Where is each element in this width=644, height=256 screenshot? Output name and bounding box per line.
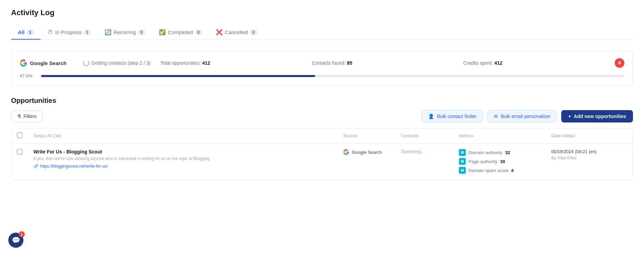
table-header: Select All (34) Source Contacts Metrics … xyxy=(11,128,633,143)
tab-all-badge: 1 xyxy=(27,30,34,35)
table-row: Write For Us - Blogging Scout If yes, th… xyxy=(11,143,633,180)
in-progress-icon: ⏱ xyxy=(48,29,53,35)
tab-completed-badge: 0 xyxy=(195,30,202,35)
metric-da-value: 32 xyxy=(505,150,510,155)
metric-ss-label: Domain spam score xyxy=(469,168,509,173)
cancel-activity-button[interactable]: ✕ xyxy=(615,58,624,68)
opportunity-info: Write For Us - Blogging Scout If yes, th… xyxy=(33,149,340,169)
col-header-contacts: Contacts xyxy=(401,133,456,138)
opportunity-link[interactable]: 🔗 https://bloggingscout.net/write-for-us… xyxy=(33,164,340,169)
row-source-label: Google Search xyxy=(352,150,382,155)
step-spinner-icon xyxy=(83,60,89,66)
activity-source-label: Google Search xyxy=(30,60,67,66)
tab-recurring-badge: 0 xyxy=(138,30,145,35)
filters-button[interactable]: ⚗ Filters xyxy=(11,110,42,122)
cancelled-icon: ❌ xyxy=(216,29,223,35)
metric-m-badge-1: M xyxy=(459,149,466,156)
bulk-contact-label: Bulk contact finder xyxy=(437,114,476,119)
activity-source: Google Search xyxy=(20,59,75,67)
add-icon: + xyxy=(568,114,571,119)
metric-page-authority: M Page authority 30 xyxy=(459,158,549,165)
google-source-icon xyxy=(343,149,349,155)
link-icon: 🔗 xyxy=(33,164,39,169)
select-all-checkbox-col xyxy=(17,132,31,139)
metric-m-badge-3: M xyxy=(459,167,466,174)
activity-card: Google Search Getting contacts (step 2 /… xyxy=(11,51,633,86)
progress-bar-fill xyxy=(41,75,315,77)
tab-in-progress-label: In Progress xyxy=(55,29,82,35)
tabs-row: All 1 ⏱ In Progress 1 🔄 Recurring 0 ✅ Co… xyxy=(11,25,633,40)
row-metrics: M Domain authority 32 M Page authority 3… xyxy=(459,149,549,174)
recurring-icon: 🔄 xyxy=(104,29,111,35)
progress-row: 47.0% xyxy=(20,73,624,78)
tab-recurring[interactable]: 🔄 Recurring 0 xyxy=(98,25,152,40)
toolbar-row: ⚗ Filters 👤 Bulk contact finder ✉ Bulk e… xyxy=(11,110,633,122)
add-label: Add new opportunities xyxy=(574,114,626,119)
tab-in-progress[interactable]: ⏱ In Progress 1 xyxy=(41,26,98,40)
add-opportunities-button[interactable]: + Add new opportunities xyxy=(561,110,633,122)
contact-finder-icon: 👤 xyxy=(428,114,434,119)
bulk-email-personalizer-button[interactable]: ✉ Bulk email personalizer xyxy=(487,110,557,122)
col-header-source: Source xyxy=(343,133,398,138)
email-personalizer-icon: ✉ xyxy=(494,114,498,119)
section-title: Opportunities xyxy=(11,97,633,105)
select-all-checkbox[interactable] xyxy=(17,132,22,138)
opportunity-desc: If yes, then we're now allowing anyone w… xyxy=(33,156,340,162)
tab-all-label: All xyxy=(18,29,24,35)
date-by: By Vlad Orlov xyxy=(551,156,627,160)
filter-icon: ⚗ xyxy=(17,114,21,119)
tab-cancelled-badge: 0 xyxy=(250,30,257,35)
contacts-found-stat: Contacts found: 85 xyxy=(312,60,455,66)
row-checkbox-col xyxy=(17,149,31,156)
metric-ss-value: 4 xyxy=(511,168,514,173)
tab-in-progress-badge: 1 xyxy=(84,30,91,35)
bulk-email-label: Bulk email personalizer xyxy=(501,114,551,119)
google-g-icon xyxy=(20,59,27,67)
activity-step: Getting contacts (step 2 / 3) xyxy=(83,60,152,66)
opportunities-section: Opportunities ⚗ Filters 👤 Bulk contact f… xyxy=(11,97,633,180)
tab-cancelled[interactable]: ❌ Cancelled 0 xyxy=(209,25,264,40)
tab-completed[interactable]: ✅ Completed 0 xyxy=(152,25,209,40)
tab-cancelled-label: Cancelled xyxy=(225,29,248,35)
credits-spent-stat: Credits spent: 412 xyxy=(463,60,606,66)
date-main: 00/19/2024 (04:21 pm) xyxy=(551,149,627,154)
progress-label: 47.0% xyxy=(20,73,37,78)
activity-step-label: Getting contacts (step 2 / 3) xyxy=(91,60,151,66)
opportunity-title: Write For Us - Blogging Scout xyxy=(33,149,340,154)
bulk-contact-finder-button[interactable]: 👤 Bulk contact finder xyxy=(422,110,483,122)
tab-completed-label: Completed xyxy=(168,29,193,35)
row-contacts: Searching... xyxy=(401,149,456,154)
select-all-label: Select All (34) xyxy=(33,133,61,138)
metric-pa-label: Page authority xyxy=(469,159,497,164)
metric-domain-authority: M Domain authority 32 xyxy=(459,149,549,156)
metric-pa-value: 30 xyxy=(500,159,505,164)
tab-recurring-label: Recurring xyxy=(113,29,136,35)
tab-all[interactable]: All 1 xyxy=(11,26,41,39)
filters-label: Filters xyxy=(23,114,37,119)
row-source: Google Search xyxy=(343,149,398,155)
col-header-name: Select All (34) xyxy=(33,133,340,138)
progress-bar-track xyxy=(41,75,624,77)
metric-spam-score: M Domain spam score 4 xyxy=(459,167,549,174)
metric-da-label: Domain authority xyxy=(469,150,502,155)
row-checkbox[interactable] xyxy=(17,149,22,154)
col-header-date: Date Added xyxy=(551,133,627,138)
opportunities-table: Select All (34) Source Contacts Metrics … xyxy=(11,128,633,180)
completed-icon: ✅ xyxy=(159,29,166,35)
page-title: Activity Log xyxy=(11,8,633,17)
col-header-metrics: Metrics xyxy=(459,133,549,138)
row-date: 00/19/2024 (04:21 pm) By Vlad Orlov xyxy=(551,149,627,160)
total-opportunities-stat: Total opportunities: 412 xyxy=(160,60,303,66)
metric-m-badge-2: M xyxy=(459,158,466,165)
